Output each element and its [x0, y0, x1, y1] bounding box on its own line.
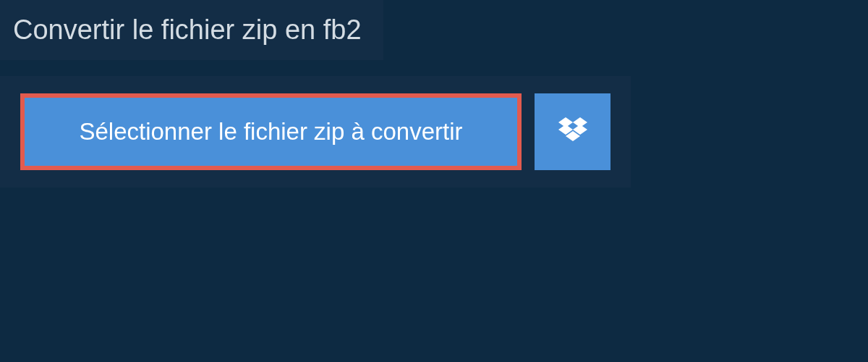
dropbox-button[interactable]: [535, 93, 610, 170]
page-title: Convertir le fichier zip en fb2: [13, 14, 362, 46]
upload-section: Sélectionner le fichier zip à convertir: [0, 76, 631, 188]
title-bar: Convertir le fichier zip en fb2: [0, 0, 383, 60]
main-container: Convertir le fichier zip en fb2 Sélectio…: [0, 0, 868, 188]
select-file-button[interactable]: Sélectionner le fichier zip à convertir: [20, 93, 522, 170]
select-file-label: Sélectionner le fichier zip à convertir: [79, 118, 462, 146]
dropbox-icon: [558, 117, 587, 146]
